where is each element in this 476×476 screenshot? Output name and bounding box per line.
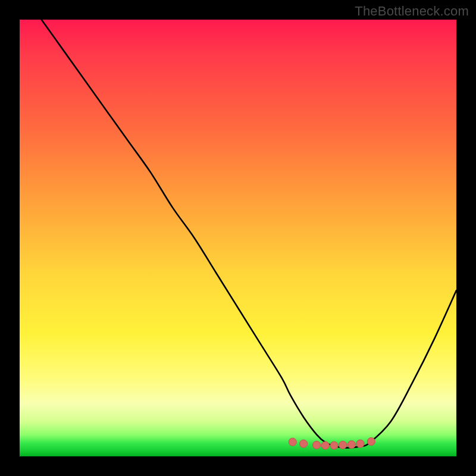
curve-marker xyxy=(299,440,307,447)
curve-markers xyxy=(289,437,375,449)
watermark-text: TheBottleneck.com xyxy=(355,4,469,19)
bottleneck-curve xyxy=(42,20,456,448)
curve-marker xyxy=(367,437,375,445)
chart-frame: TheBottleneck.com xyxy=(0,0,476,476)
curve-marker xyxy=(347,441,355,449)
curve-marker xyxy=(313,441,321,449)
curve-marker xyxy=(330,441,338,449)
chart-svg xyxy=(20,20,456,456)
chart-plot-area xyxy=(20,20,456,456)
curve-marker xyxy=(356,440,364,447)
curve-marker xyxy=(339,441,347,449)
curve-marker xyxy=(289,438,296,446)
curve-marker xyxy=(321,441,329,449)
